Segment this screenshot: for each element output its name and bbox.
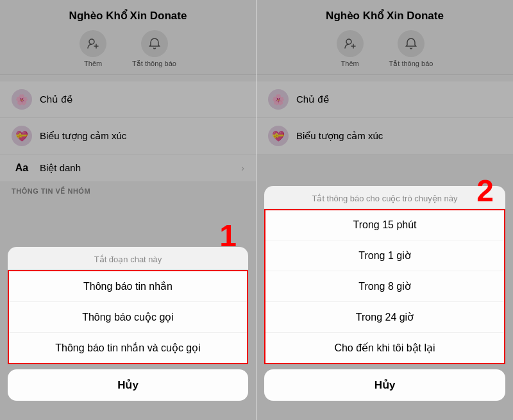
left-option-1[interactable]: Thông báo cuộc gọi — [9, 302, 247, 333]
badge-2: 2 — [476, 173, 494, 208]
right-modal-title: Tắt thông báo cho cuộc trò chuyện này — [264, 186, 505, 209]
left-modal-options: Thông báo tin nhắn Thông báo cuộc gọi Th… — [8, 270, 248, 364]
right-cancel-button[interactable]: Hủy — [264, 369, 505, 401]
left-option-2[interactable]: Thông báo tin nhắn và cuộc gọi — [9, 333, 247, 363]
left-modal-overlay: Tắt đoạn chat này Thông báo tin nhắn Thô… — [0, 0, 256, 420]
left-option-0[interactable]: Thông báo tin nhắn — [9, 271, 247, 302]
right-modal-sheet: Tắt thông báo cho cuộc trò chuyện này Tr… — [256, 186, 513, 401]
right-option-1[interactable]: Trong 1 giờ — [265, 240, 504, 271]
right-option-0[interactable]: Trong 15 phút — [265, 210, 504, 240]
right-option-2[interactable]: Trong 8 giờ — [265, 271, 504, 302]
right-panel: Nghèo Khổ Xin Donate Thêm — [256, 0, 513, 420]
right-modal-options: Trong 15 phút Trong 1 giờ Trong 8 giờ Tr… — [264, 209, 505, 364]
left-modal-sheet: Tắt đoạn chat này Thông báo tin nhắn Thô… — [0, 247, 256, 401]
right-modal-overlay: Tắt thông báo cho cuộc trò chuyện này Tr… — [256, 0, 513, 420]
right-option-4[interactable]: Cho đến khi tôi bật lại — [265, 333, 504, 363]
right-option-3[interactable]: Trong 24 giờ — [265, 302, 504, 333]
left-panel: Nghèo Khổ Xin Donate Thêm — [0, 0, 256, 420]
left-modal-title: Tắt đoạn chat này — [8, 247, 248, 270]
badge-1: 1 — [219, 218, 237, 253]
left-cancel-button[interactable]: Hủy — [8, 369, 248, 401]
